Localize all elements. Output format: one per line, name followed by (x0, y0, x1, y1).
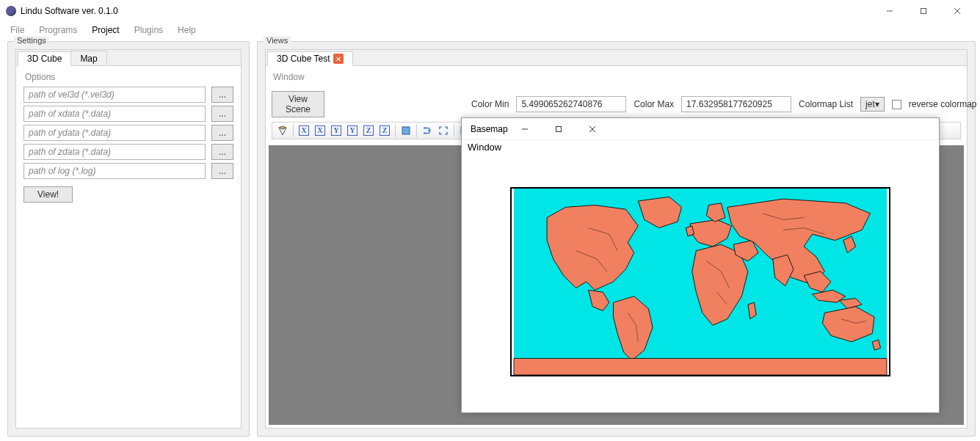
app-icon (6, 6, 16, 16)
menu-help[interactable]: Help (170, 23, 203, 37)
chevron-down-icon: ▾ (875, 99, 879, 109)
maximize-button[interactable] (907, 0, 940, 22)
tab-3d-cube-label: 3D Cube (27, 54, 62, 64)
fullscreen-icon[interactable] (436, 123, 451, 138)
xdata-path-input[interactable] (23, 106, 206, 122)
view-button[interactable]: View! (23, 186, 73, 203)
settings-panel: Settings 3D Cube Map Options ... ... ...… (7, 41, 250, 437)
reverse-colormap-label: reverse colormap (909, 99, 977, 109)
menu-bar: File Programs Project Plugins Help (0, 22, 980, 38)
ydata-path-input[interactable] (23, 125, 206, 141)
menu-file[interactable]: File (3, 23, 32, 37)
minimize-button[interactable] (873, 0, 907, 22)
tab-close-icon[interactable]: ✕ (333, 54, 344, 64)
settings-tabbar: 3D Cube Map (16, 50, 241, 66)
reverse-colormap-checkbox[interactable] (892, 100, 901, 109)
world-basemap[interactable] (510, 187, 890, 376)
views-tabbar: 3D Cube Test ✕ (266, 50, 967, 66)
svg-rect-5 (424, 127, 427, 129)
colormap-select[interactable]: jet ▾ (860, 97, 885, 112)
plus-x-view-icon[interactable]: X (297, 123, 311, 138)
parallel-projection-icon[interactable] (399, 123, 413, 138)
show-pipeline-icon[interactable] (420, 123, 435, 138)
ydata-browse-button[interactable]: ... (211, 125, 233, 141)
basemap-maximize-button[interactable] (542, 118, 576, 140)
log-browse-button[interactable]: ... (211, 163, 233, 179)
plus-z-view-icon[interactable]: Z (361, 123, 376, 138)
basemap-window: Basemap Window (461, 117, 940, 413)
close-button[interactable] (940, 0, 974, 22)
plus-y-view-icon[interactable]: Y (329, 123, 344, 138)
vel3d-path-input[interactable] (23, 87, 206, 103)
vel3d-browse-button[interactable]: ... (211, 87, 233, 103)
isometric-view-icon[interactable] (275, 123, 290, 138)
tab-map[interactable]: Map (70, 51, 106, 65)
basemap-menu-window[interactable]: Window (462, 140, 939, 158)
color-min-label: Color Min (471, 99, 509, 109)
zdata-browse-button[interactable]: ... (211, 144, 233, 160)
color-max-label: Color Max (634, 99, 674, 109)
svg-rect-12 (556, 126, 561, 131)
menu-plugins[interactable]: Plugins (127, 23, 170, 37)
color-max-input[interactable] (681, 96, 791, 112)
svg-rect-1 (921, 8, 926, 13)
colormap-value: jet (865, 99, 875, 109)
zdata-path-input[interactable] (23, 144, 206, 160)
minus-x-view-icon[interactable]: X (313, 123, 327, 138)
svg-rect-4 (402, 127, 410, 134)
basemap-title-bar[interactable]: Basemap (462, 118, 939, 140)
tab-3d-cube-test-label: 3D Cube Test (277, 54, 330, 64)
color-min-input[interactable] (516, 96, 626, 112)
basemap-minimize-button[interactable] (508, 118, 542, 140)
app-title: Lindu Software ver. 0.1.0 (21, 6, 118, 16)
minus-y-view-icon[interactable]: Y (345, 123, 360, 138)
tab-map-label: Map (80, 54, 97, 64)
menu-project[interactable]: Project (84, 23, 126, 37)
log-path-input[interactable] (23, 163, 206, 179)
tab-3d-cube[interactable]: 3D Cube (18, 51, 71, 66)
title-bar: Lindu Software ver. 0.1.0 (0, 0, 980, 22)
svg-rect-6 (424, 132, 427, 134)
window-label: Window (272, 70, 961, 87)
colormap-label: Colormap List (799, 99, 853, 109)
minus-z-view-icon[interactable]: Z (377, 123, 392, 138)
tab-3d-cube-test[interactable]: 3D Cube Test ✕ (267, 51, 353, 66)
basemap-close-button[interactable] (576, 118, 609, 140)
basemap-title: Basemap (471, 124, 508, 134)
xdata-browse-button[interactable]: ... (211, 106, 233, 122)
menu-programs[interactable]: Programs (32, 23, 84, 37)
view-scene-button[interactable]: View Scene (272, 91, 324, 117)
settings-title: Settings (14, 36, 49, 45)
options-label: Options (23, 70, 233, 87)
views-title: Views (264, 36, 291, 45)
